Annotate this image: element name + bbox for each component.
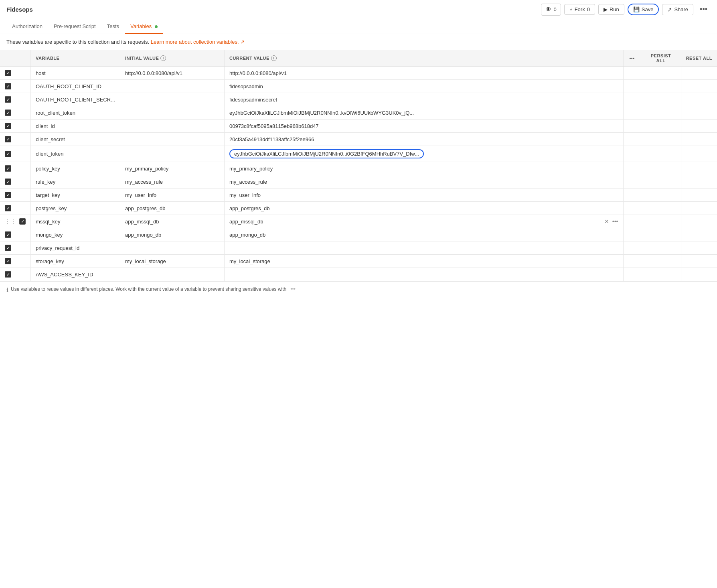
row-actions-cell <box>623 241 641 255</box>
tab-authorization[interactable]: Authorization <box>6 19 48 34</box>
checkbox-cell <box>0 93 31 106</box>
current-value-cell[interactable] <box>224 241 623 255</box>
current-value-cell[interactable]: fidesopsadmin <box>224 80 623 93</box>
row-checkbox[interactable] <box>5 271 11 278</box>
current-value-cell[interactable] <box>224 268 623 281</box>
variable-name-cell: host <box>31 67 120 80</box>
variables-dot <box>155 25 158 28</box>
row-checkbox[interactable] <box>5 136 11 142</box>
reset-cell <box>681 146 717 162</box>
current-value-cell[interactable]: fidesopsadminsecret <box>224 93 623 106</box>
row-more-icon[interactable]: ••• <box>612 218 618 225</box>
current-value-text: http://0.0.0.0:8080/api/v1 <box>229 70 287 76</box>
view-count: 0 <box>553 6 556 12</box>
checkbox-cell <box>0 80 31 93</box>
current-value-cell[interactable]: my_primary_policy <box>224 162 623 175</box>
table-row: target_keymy_user_infomy_user_info <box>0 189 717 202</box>
initial-value-cell[interactable]: my_user_info <box>120 189 224 202</box>
row-checkbox[interactable] <box>5 70 11 76</box>
table-row: mongo_keyapp_mongo_dbapp_mongo_db <box>0 228 717 241</box>
current-value-cell[interactable]: my_access_rule <box>224 175 623 189</box>
row-checkbox[interactable] <box>5 123 11 129</box>
initial-value-cell[interactable] <box>120 241 224 255</box>
row-actions-cell <box>623 228 641 241</box>
table-row: client_tokeneyJhbGciOiJkaXliLCJlbmMiOiJB… <box>0 146 717 162</box>
initial-value-cell[interactable]: app_postgres_db <box>120 202 224 215</box>
th-initial-label: Initial Value <box>125 56 159 61</box>
initial-value-cell[interactable] <box>120 133 224 146</box>
th-persist-all[interactable]: Persist All <box>641 50 681 67</box>
row-checkbox[interactable] <box>5 231 11 238</box>
initial-value-cell[interactable]: my_local_storage <box>120 255 224 268</box>
drag-handle-icon[interactable]: ⋮⋮ <box>5 218 16 225</box>
run-button[interactable]: ▶ Run <box>598 4 624 15</box>
current-value-cell[interactable]: my_local_storage <box>224 255 623 268</box>
save-label: Save <box>642 6 654 12</box>
initial-value-cell[interactable] <box>120 146 224 162</box>
row-checkbox[interactable] <box>19 218 26 225</box>
current-value-cell[interactable]: app_mongo_db <box>224 228 623 241</box>
th-current-label: Current Value <box>229 56 269 61</box>
current-value-cell[interactable]: eyJhbGciOiJkaXliLCJlbmMiOiJBMjU2R0NNIn0.… <box>224 146 623 162</box>
row-checkbox[interactable] <box>5 83 11 89</box>
reset-cell <box>681 215 717 228</box>
variable-name-cell: rule_key <box>31 175 120 189</box>
delete-row-icon[interactable]: ✕ <box>604 218 609 225</box>
footer-text: Use variables to reuse values in differe… <box>11 286 286 292</box>
initial-value-cell[interactable]: my_primary_policy <box>120 162 224 175</box>
initial-value-cell[interactable] <box>120 106 224 120</box>
current-value-cell[interactable]: http://0.0.0.0:8080/api/v1 <box>224 67 623 80</box>
current-value-cell[interactable]: 00973c8fcaf5095a8115eb968b618d47 <box>224 120 623 133</box>
table-row: storage_keymy_local_storagemy_local_stor… <box>0 255 717 268</box>
info-text: These variables are specific to this col… <box>6 39 149 45</box>
tab-tests[interactable]: Tests <box>101 19 125 34</box>
row-actions-cell <box>623 67 641 80</box>
tab-pre-request[interactable]: Pre-request Script <box>48 19 101 34</box>
row-checkbox[interactable] <box>5 96 11 103</box>
current-value-text: my_local_storage <box>229 258 270 264</box>
row-checkbox[interactable] <box>5 109 11 116</box>
row-checkbox[interactable] <box>5 245 11 251</box>
initial-value-cell[interactable]: http://0.0.0.0:8080/api/v1 <box>120 67 224 80</box>
initial-value-cell[interactable] <box>120 93 224 106</box>
initial-value-cell[interactable]: app_mongo_db <box>120 228 224 241</box>
row-checkbox[interactable] <box>5 192 11 198</box>
row-checkbox[interactable] <box>5 151 11 157</box>
fork-button[interactable]: ⑂ Fork 0 <box>564 4 595 15</box>
initial-value-cell[interactable]: my_access_rule <box>120 175 224 189</box>
initial-value-cell[interactable] <box>120 80 224 93</box>
info-link[interactable]: Learn more about collection variables. ↗ <box>151 39 245 45</box>
table-row: rule_keymy_access_rulemy_access_rule <box>0 175 717 189</box>
current-value-cell[interactable]: app_postgres_db <box>224 202 623 215</box>
row-checkbox[interactable] <box>5 258 11 264</box>
current-value-cell[interactable]: my_user_info <box>224 189 623 202</box>
persist-cell <box>641 255 681 268</box>
current-value-cell[interactable]: app_mssql_db✕••• <box>224 215 623 228</box>
save-button[interactable]: 💾 Save <box>628 4 659 15</box>
initial-value-cell[interactable] <box>120 120 224 133</box>
reset-cell <box>681 255 717 268</box>
table-row: postgres_keyapp_postgres_dbapp_postgres_… <box>0 202 717 215</box>
current-value-cell[interactable]: eyJhbGciOiJkaXliLCJlbmMiOiJBMjU2R0NNIn0.… <box>224 106 623 120</box>
th-reset-all[interactable]: Reset All <box>681 50 717 67</box>
tab-variables[interactable]: Variables <box>125 19 163 34</box>
row-actions-cell <box>623 175 641 189</box>
current-value-info-icon[interactable]: i <box>271 55 277 61</box>
checkbox-cell <box>0 106 31 120</box>
more-button[interactable]: ••• <box>697 4 711 15</box>
row-checkbox[interactable] <box>5 178 11 185</box>
initial-value-cell[interactable]: app_mssql_db <box>120 215 224 228</box>
checkbox-cell <box>0 146 31 162</box>
share-button[interactable]: ↗ Share <box>662 4 693 15</box>
table-row: privacy_request_id <box>0 241 717 255</box>
persist-cell <box>641 241 681 255</box>
current-value-text: app_mongo_db <box>229 232 265 238</box>
initial-value-info-icon[interactable]: i <box>160 55 166 61</box>
initial-value-cell[interactable] <box>120 268 224 281</box>
current-value-text: eyJhbGciOiJkaXliLCJlbmMiOiJBMjU2R0NNIn0.… <box>229 110 414 116</box>
persist-cell <box>641 106 681 120</box>
row-checkbox[interactable] <box>5 205 11 211</box>
current-value-cell[interactable]: 20cf3a5a4913ddf1138affc25f2ee966 <box>224 133 623 146</box>
persist-cell <box>641 175 681 189</box>
row-checkbox[interactable] <box>5 165 11 172</box>
